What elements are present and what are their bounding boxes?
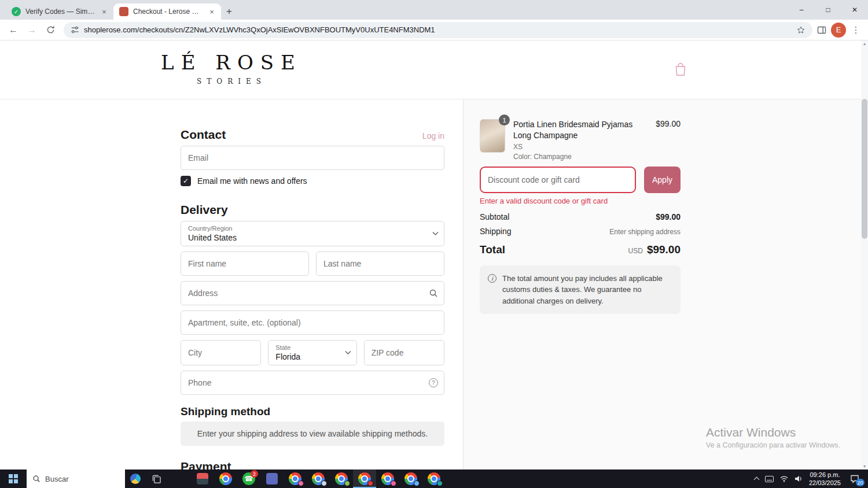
country-label: Country/Region [188,225,429,232]
taskbar-chrome-profile-icon[interactable] [399,469,422,488]
country-select[interactable]: Country/Region United States [181,221,444,246]
clock-date: 22/03/2025 [809,479,841,487]
profile-avatar[interactable]: E [831,23,846,38]
taskbar-chrome-profile-icon[interactable] [330,469,353,488]
tab-close-icon[interactable]: × [207,8,216,16]
taskbar-chrome-profile-icon-active[interactable] [353,469,376,488]
close-button[interactable]: ✕ [841,0,868,19]
keyboard-icon[interactable] [765,476,774,482]
taskbar-chrome-profile-icon[interactable] [422,469,446,488]
windows-taskbar: Buscar ☎2 09:26 p.m. 22/03/2025 [0,469,868,488]
email-field[interactable] [181,146,444,170]
checkout-content: Contact Log in ✓ Email me with news and … [0,99,868,469]
taskbar-whatsapp-icon[interactable]: ☎2 [237,469,260,488]
currency-code: USD [628,247,643,255]
quantity-badge: 1 [499,114,510,125]
help-icon[interactable]: ? [429,378,438,387]
first-name-field[interactable] [181,252,309,276]
tab-simplycodes[interactable]: ✓ Verify Codes — SimplyCodes × [6,3,113,20]
clock-time: 09:26 p.m. [809,471,841,479]
taskbar-search[interactable]: Buscar [27,469,125,488]
new-tab-button[interactable]: + [221,3,237,20]
wifi-icon[interactable] [780,475,788,482]
apartment-field[interactable] [181,310,444,335]
volume-icon[interactable] [795,475,803,482]
minimize-button[interactable]: – [788,0,815,19]
shipping-method-notice: Enter your shipping address to view avai… [181,422,444,446]
scroll-down-arrow-icon[interactable]: ▾ [861,464,868,469]
newsletter-checkbox[interactable]: ✓ [181,176,191,186]
tray-expand-icon[interactable] [753,477,759,483]
taskbar-chrome-icon[interactable] [214,469,237,488]
last-name-field[interactable] [316,252,444,276]
newsletter-optin[interactable]: ✓ Email me with news and offers [181,176,444,186]
discount-code-input[interactable] [480,167,636,193]
taskbar-app-icon[interactable] [260,469,284,488]
store-logo[interactable]: LÉ ROSE STORIES [0,52,463,86]
total-value: $99.00 [647,243,681,256]
windows-logo-icon [9,474,18,483]
checkout-form: Contact Log in ✓ Email me with news and … [0,99,463,469]
tab-checkout-lerose[interactable]: Checkout - Lerose USA × [113,3,221,20]
discount-error-message: Enter a valid discount code or gift card [480,197,681,205]
phone-field[interactable] [181,371,444,395]
back-button[interactable]: ← [5,21,22,39]
refresh-button[interactable] [42,21,59,39]
system-tray: 09:26 p.m. 22/03/2025 20 [755,469,868,488]
apply-button[interactable]: Apply [644,167,681,193]
checkout-page: LÉ ROSE STORIES Contact Log in ✓ Email m… [0,40,868,469]
forward-button[interactable]: → [23,21,41,39]
product-size: XS [513,143,650,151]
subtotal-value: $99.00 [656,212,681,221]
tab-close-icon[interactable]: × [100,8,109,16]
lerose-favicon-icon [119,7,128,16]
site-settings-icon[interactable] [71,25,79,34]
search-placeholder: Buscar [45,475,68,483]
taskbar-chrome-profile-icon[interactable] [376,469,399,488]
shipping-label: Shipping [480,227,512,236]
taskbar-app-icon[interactable] [191,469,214,488]
search-icon [32,475,41,483]
scroll-up-arrow-icon[interactable]: ▴ [861,41,868,46]
address-field[interactable] [181,281,444,305]
state-label: State [275,344,341,352]
customs-info-box: i The total amount you pay includes all … [480,265,681,315]
taskbar-clock[interactable]: 09:26 p.m. 22/03/2025 [809,471,841,487]
screen: ✓ Verify Codes — SimplyCodes × Checkout … [0,0,868,488]
browser-toolbar: ← → shoplerose.com/checkouts/cn/Z2NwLXVz… [0,20,868,40]
search-highlights-icon[interactable] [125,469,146,488]
browser-tab-strip: ✓ Verify Codes — SimplyCodes × Checkout … [0,0,868,20]
logo-text: LÉ ROSE [0,52,463,73]
notification-count-badge: 20 [856,479,865,486]
payment-heading: Payment [181,459,444,469]
city-field[interactable] [181,340,261,365]
notification-center-icon[interactable]: 20 [847,472,862,485]
chevron-down-icon [345,351,351,355]
zip-field[interactable] [364,340,444,365]
store-header: LÉ ROSE STORIES [0,40,868,99]
scrollbar-thumb[interactable] [862,99,867,239]
page-scrollbar[interactable]: ▴ ▾ [861,40,868,469]
search-icon [429,289,438,298]
taskbar-chrome-profile-icon[interactable] [307,469,330,488]
state-select[interactable]: State Florida [268,340,356,365]
bookmark-star-icon[interactable] [796,25,806,35]
cart-bag-icon[interactable] [673,61,688,77]
browser-menu-icon[interactable]: ⋮ [851,25,861,35]
info-icon: i [488,274,496,283]
task-view-button[interactable] [146,469,167,488]
window-controls: – □ ✕ [788,0,868,19]
address-bar[interactable]: shoplerose.com/checkouts/cn/Z2NwLXVzLWVh… [64,22,812,38]
product-name: Portia Linen Bridesmaid Pyjamas Long Cha… [513,119,650,141]
side-panel-icon[interactable] [817,25,826,35]
task-view-icon [152,475,161,483]
customs-note: The total amount you pay includes all ap… [502,273,672,307]
start-button[interactable] [0,469,27,488]
chevron-down-icon [432,232,439,236]
login-link[interactable]: Log in [422,131,444,141]
refresh-icon [46,25,55,34]
delivery-heading: Delivery [181,202,444,217]
maximize-button[interactable]: □ [815,0,841,19]
state-value: Florida [275,352,341,362]
taskbar-chrome-profile-icon[interactable] [284,469,307,488]
